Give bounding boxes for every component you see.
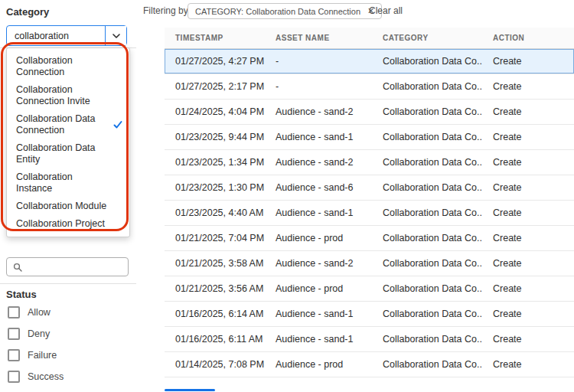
checkmark-icon xyxy=(113,120,122,129)
status-checkbox-allow[interactable]: Allow xyxy=(8,306,64,318)
table-row[interactable]: 01/24/2025, 4:04 PMAudience - sand-2Coll… xyxy=(165,100,574,125)
combobox-dropdown-button[interactable] xyxy=(105,26,126,45)
table-row[interactable]: 01/14/2025, 7:08 PMAudience - prodCollab… xyxy=(165,352,574,377)
status-heading: Status xyxy=(6,289,37,300)
cell-asset-name: Audience - sand-1 xyxy=(265,334,372,345)
dropdown-item[interactable]: Collaboration Connection xyxy=(7,52,129,81)
cell-asset-name: Audience - sand-2 xyxy=(265,157,372,168)
cell-asset-name: Audience - sand-1 xyxy=(265,132,372,142)
chevron-down-icon xyxy=(113,34,120,38)
cell-action: Create xyxy=(482,309,574,319)
dropdown-item-label: Collaboration Connection xyxy=(16,55,73,77)
cell-timestamp: 01/21/2025, 7:04 PM xyxy=(165,233,265,243)
cell-asset-name: Audience - sand-6 xyxy=(265,182,372,193)
cell-category: Collaboration Data Co... xyxy=(372,233,482,243)
column-header-category[interactable]: CATEGORY xyxy=(372,34,482,42)
dropdown-item[interactable]: Collaboration Instance xyxy=(7,168,129,198)
cell-action: Create xyxy=(482,157,574,168)
dropdown-item[interactable]: Collaboration Data Connection xyxy=(7,110,129,139)
dropdown-item[interactable]: Collaboration Data Entity xyxy=(7,139,129,168)
cell-timestamp: 01/23/2025, 1:30 PM xyxy=(165,182,265,193)
checkbox-icon[interactable] xyxy=(8,349,20,361)
status-checkbox-deny[interactable]: Deny xyxy=(8,328,64,340)
cell-asset-name: - xyxy=(265,81,372,92)
dropdown-item-label: Collaboration Instance xyxy=(16,172,73,194)
cell-asset-name: Audience - prod xyxy=(265,233,372,243)
audit-log-screen: Category collaboration Collaboration Con… xyxy=(0,0,574,392)
column-header-action[interactable]: ACTION xyxy=(482,34,574,42)
table-row[interactable]: 01/23/2025, 4:40 AMAudience - sand-1Coll… xyxy=(165,201,574,226)
cell-asset-name: Audience - sand-2 xyxy=(265,258,372,269)
table-row[interactable]: 01/23/2025, 1:30 PMAudience - sand-6Coll… xyxy=(165,175,574,201)
cell-timestamp: 01/27/2025, 4:27 PM xyxy=(165,56,265,67)
cell-category: Collaboration Data Co... xyxy=(372,132,482,142)
dropdown-item-label: Collaboration Data Entity xyxy=(16,142,96,165)
cell-action: Create xyxy=(482,207,574,218)
dropdown-item[interactable]: Collaboration Project xyxy=(7,215,129,233)
table-row[interactable]: 01/23/2025, 1:34 PMAudience - sand-2Coll… xyxy=(165,150,574,175)
table-row[interactable]: 01/21/2025, 7:04 PMAudience - prodCollab… xyxy=(165,226,574,251)
column-header-timestamp[interactable]: TIMESTAMP xyxy=(165,34,265,42)
table-row[interactable]: 01/27/2025, 2:17 PM-Collaboration Data C… xyxy=(165,74,574,100)
cell-action: Create xyxy=(482,283,574,294)
cell-action: Create xyxy=(482,258,574,269)
table-row[interactable]: 01/16/2025, 6:11 AMAudience - sand-1Coll… xyxy=(165,327,574,352)
category-input[interactable]: collaboration xyxy=(7,26,105,45)
cell-action: Create xyxy=(482,56,574,67)
cell-category: Collaboration Data Co... xyxy=(372,309,482,319)
dropdown-item-label: Collaboration Module xyxy=(16,201,106,211)
checkbox-label: Deny xyxy=(28,328,50,339)
cell-asset-name: Audience - sand-1 xyxy=(265,309,372,319)
cell-timestamp: 01/14/2025, 7:08 PM xyxy=(165,359,265,370)
cell-action: Create xyxy=(482,106,574,117)
filtering-by-label: Filtering by xyxy=(143,5,188,16)
search-input[interactable] xyxy=(27,261,122,273)
cell-category: Collaboration Data Co... xyxy=(372,106,482,117)
sidebar-divider xyxy=(0,283,136,284)
dropdown-item[interactable]: Collaboration Connection Invite xyxy=(7,81,129,110)
cell-asset-name: Audience - prod xyxy=(265,359,372,370)
cell-timestamp: 01/24/2025, 4:04 PM xyxy=(165,106,265,117)
clear-all-button[interactable]: Clear all xyxy=(369,5,403,16)
dropdown-item-label: Collaboration Connection Invite xyxy=(16,84,90,106)
cell-timestamp: 01/21/2025, 3:56 AM xyxy=(165,283,265,294)
filter-tag[interactable]: CATEGORY: Collaboration Data Connection … xyxy=(188,3,382,19)
column-header-asset-name[interactable]: ASSET NAME xyxy=(265,34,372,42)
category-dropdown-list: Collaboration ConnectionCollaboration Co… xyxy=(6,47,130,237)
cell-action: Create xyxy=(482,334,574,345)
cell-timestamp: 01/27/2025, 2:17 PM xyxy=(165,81,265,92)
status-checkbox-failure[interactable]: Failure xyxy=(8,349,64,361)
cell-action: Create xyxy=(482,132,574,142)
dropdown-item[interactable]: Collaboration Module xyxy=(7,198,129,215)
table-row[interactable]: 01/23/2025, 9:44 PMAudience - sand-1Coll… xyxy=(165,125,574,150)
table-row[interactable]: 01/21/2025, 3:56 AMAudience - prodCollab… xyxy=(165,276,574,302)
checkbox-icon[interactable] xyxy=(8,371,20,383)
filter-tag-label: CATEGORY: Collaboration Data Connection xyxy=(195,7,360,16)
cell-action: Create xyxy=(482,359,574,370)
cell-category: Collaboration Data Co... xyxy=(372,258,482,269)
cell-category: Collaboration Data Co... xyxy=(372,359,482,370)
status-checkbox-success[interactable]: Success xyxy=(8,371,64,383)
table-body: 01/27/2025, 4:27 PM-Collaboration Data C… xyxy=(165,49,574,377)
audit-table: TIMESTAMP ASSET NAME CATEGORY ACTION 01/… xyxy=(165,28,574,392)
category-combobox[interactable]: collaboration xyxy=(6,25,127,46)
horizontal-scrollbar-thumb[interactable] xyxy=(165,389,215,391)
table-row[interactable]: 01/16/2025, 6:14 AMAudience - sand-1Coll… xyxy=(165,302,574,327)
cell-category: Collaboration Data Co... xyxy=(372,182,482,193)
table-row[interactable]: 01/27/2025, 4:27 PM-Collaboration Data C… xyxy=(165,49,574,74)
dropdown-item-label: Collaboration Project xyxy=(16,218,105,229)
checkbox-icon[interactable] xyxy=(8,328,20,340)
cell-category: Collaboration Data Co... xyxy=(372,56,482,67)
checkbox-icon[interactable] xyxy=(8,306,20,318)
cell-asset-name: Audience - sand-1 xyxy=(265,207,372,218)
sidebar-search-field[interactable] xyxy=(6,257,129,276)
cell-action: Create xyxy=(482,182,574,193)
table-row[interactable]: 01/21/2025, 3:58 AMAudience - sand-2Coll… xyxy=(165,251,574,276)
dropdown-item-label: Collaboration Data Connection xyxy=(16,113,96,136)
cell-action: Create xyxy=(482,233,574,243)
search-icon xyxy=(13,263,22,272)
category-label: Category xyxy=(6,6,49,18)
cell-timestamp: 01/23/2025, 1:34 PM xyxy=(165,157,265,168)
cell-timestamp: 01/16/2025, 6:14 AM xyxy=(165,309,265,319)
cell-asset-name: Audience - prod xyxy=(265,283,372,294)
